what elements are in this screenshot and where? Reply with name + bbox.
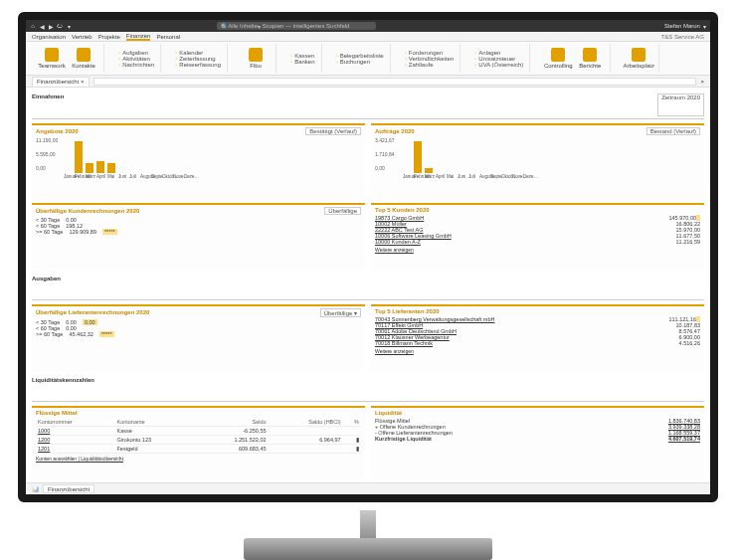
close-icon[interactable]: × — [81, 79, 85, 85]
back-icon[interactable]: ◀ — [39, 23, 45, 29]
workspace-icon — [632, 48, 645, 62]
panel-auftraege: Aufträge 2020Bestand (Verlauf) 3.421,67 … — [371, 123, 704, 198]
liq-row: Kurzfristige Liquidität4.607.519,74 — [375, 436, 700, 442]
nav-organisation[interactable]: Organisation — [32, 34, 66, 40]
konten-table: KontonummerKontoname SaldoSaldo (HBCI) %… — [36, 418, 361, 454]
nav-finanzen[interactable]: Finanzen — [126, 33, 151, 41]
search-scope: Alle Inhalte — [228, 23, 258, 29]
panel-fluessige-mittel: Flüssige Mittel KontonummerKontoname Sal… — [32, 406, 365, 478]
top5-lief-more[interactable]: Weitere anzeigen — [375, 348, 414, 354]
panel-top5-lief: Top 5 Lieferanten 2020 70043 Sonnenberg … — [371, 304, 704, 371]
ribbon-kontakte[interactable]: Kontakte — [70, 48, 97, 69]
controlling-icon — [551, 48, 565, 62]
panel-liquiditaet: Liquidität Flüssige Mittel1.836.740,83+ … — [371, 406, 704, 478]
company-label[interactable]: T&S Service AG — [661, 34, 704, 40]
panel-angebote: Angebote 2020Bestätigt (Verlauf) 11.190,… — [32, 123, 365, 198]
ribbon-zahllaufe[interactable]: Zahllaufe — [405, 62, 455, 68]
global-search[interactable]: 🔍 Alle Inhalte ▾ Scopien — intelligentes… — [217, 22, 376, 30]
user-dropdown-icon[interactable]: ▾ — [703, 23, 706, 30]
ribbon-arbeitsplatz[interactable]: Arbeitsplatz — [625, 48, 652, 69]
nav-personal[interactable]: Personal — [156, 34, 180, 40]
ribbon-fibu[interactable]: Fibu — [242, 48, 270, 69]
contacts-icon — [77, 48, 91, 62]
bar — [425, 168, 433, 174]
ribbon-nachrichten[interactable]: Nachrichten — [118, 62, 154, 68]
bar — [96, 161, 104, 173]
section-einnahmen: Einnahmen Zeitraum 2020 — [32, 92, 704, 119]
chart-angebote: 11.190,00 5.595,00 0,00 JanuarFebruarMär… — [36, 137, 361, 173]
panel-ueberf-kunden: Überfällige Kundenrechnungen 2020Überfäl… — [32, 203, 365, 270]
nav-vertrieb[interactable]: Vertrieb — [72, 34, 92, 40]
nav-projekte[interactable]: Projekte — [98, 34, 120, 40]
dropdown-icon[interactable]: ▾ — [66, 23, 72, 29]
dashboard: Einnahmen Zeitraum 2020 Angebote 2020Bes… — [26, 88, 710, 482]
module-nav: Organisation Vertrieb Projekte Finanzen … — [26, 32, 710, 42]
teamwork-icon — [45, 48, 59, 62]
home-icon[interactable]: ⌂ — [30, 23, 36, 29]
panel-top5-kunden: Top 5 Kunden 2020 19873 Cargo GmbH145.97… — [371, 203, 704, 270]
scope-dropdown-icon[interactable]: ▾ — [258, 23, 261, 30]
title-bar: ⌂ ◀ ▶ ⭮ ▾ 🔍 Alle Inhalte ▾ Scopien — int… — [26, 20, 710, 32]
fwd-icon[interactable]: ▶ — [48, 23, 54, 29]
section-liq: Liquiditätskennzahlen — [32, 375, 704, 401]
panel-ueberf-lief: Überfällige Lieferantenrechnungen 2020Üb… — [32, 304, 365, 371]
search-hint: Scopien — intelligentes Suchfeld — [263, 23, 350, 29]
ribbon-banken[interactable]: Banken — [290, 59, 315, 65]
refresh-icon[interactable]: ⭮ — [57, 23, 63, 29]
reports-icon — [583, 48, 597, 62]
section-ausgaben: Ausgaben — [32, 274, 704, 299]
table-row[interactable]: 1200Girokonto 1231.251.522,026.964,97▮ — [36, 435, 361, 444]
search-icon: 🔍 — [221, 23, 228, 30]
status-tab[interactable]: Finanzübersicht — [43, 484, 94, 493]
konten-footer[interactable]: Konten auswählen | Liquiditätsübersicht — [36, 456, 123, 462]
ribbon-buchungen[interactable]: Buchungen — [336, 59, 384, 65]
status-bar: 📊 Finanzübersicht — [26, 482, 710, 494]
bar — [86, 163, 93, 173]
ribbon-reiseerfassung[interactable]: Reiseerfassung — [175, 62, 221, 68]
angebote-mode-select[interactable]: Bestätigt (Verlauf) — [305, 127, 361, 135]
top5-row[interactable]: 10000 Kunden A-Z11.216,59 — [375, 239, 700, 245]
zeitraum-select[interactable]: Zeitraum 2020 — [657, 93, 704, 116]
auftraege-mode-select[interactable]: Bestand (Verlauf) — [646, 127, 700, 135]
aging-row: >= 60 Tage129.909,89***** — [36, 229, 361, 235]
tab-close-icon[interactable]: × — [700, 79, 704, 85]
top5-row[interactable]: 70018 Billmann Technik4.516,26 — [375, 340, 700, 346]
status-icon: 📊 — [32, 485, 39, 492]
fibu-icon — [249, 48, 263, 62]
ueberf-kunden-btn[interactable]: Überfällige — [324, 207, 361, 215]
top5-kunden-more[interactable]: Weitere anzeigen — [375, 247, 414, 253]
address-bar[interactable] — [93, 78, 697, 86]
ueberf-lief-btn[interactable]: Überfällige ▾ — [320, 308, 361, 317]
ribbon-controlling[interactable]: Controlling — [544, 48, 572, 69]
ribbon-teamwork[interactable]: Teamwork — [38, 48, 66, 69]
table-row[interactable]: 1201Festgeld609.683,45▮ — [36, 444, 361, 453]
tab-finanzuebersicht[interactable]: Finanzübersicht × — [32, 77, 90, 87]
bar — [75, 141, 83, 173]
ribbon-berichte[interactable]: Berichte — [576, 48, 604, 69]
bar — [107, 163, 115, 174]
chart-auftraege: 3.421,67 1.710,84 0,00 JanuarFebruarMärz… — [375, 137, 700, 173]
document-tabs: Finanzübersicht × × — [26, 76, 710, 88]
ribbon-uva[interactable]: UVA (Österreich) — [474, 62, 523, 68]
aging-row: >= 60 Tage45.462,32***** — [36, 331, 361, 337]
current-user[interactable]: Stefan Maron — [664, 23, 700, 29]
table-row[interactable]: 1000Kasse-6.250,55 — [36, 426, 361, 435]
bar — [414, 141, 422, 173]
ribbon: Teamwork Kontakte Aufgaben Aktivitäten N… — [26, 42, 710, 76]
